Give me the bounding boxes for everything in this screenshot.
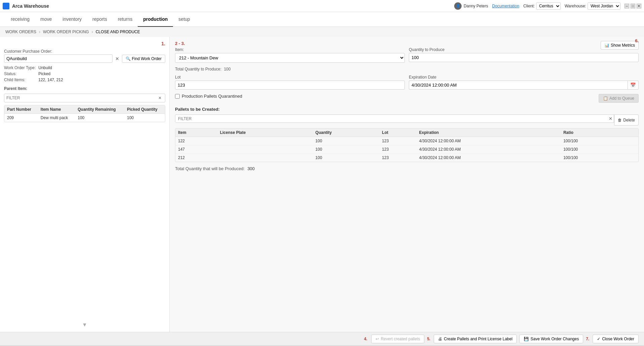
child-items-value: 122, 147, 212 [38, 78, 165, 82]
trash-icon: 🗑 [618, 118, 622, 122]
show-metrics-button[interactable]: 📊 Show Metrics [601, 41, 639, 50]
maximize-button[interactable]: □ [631, 4, 635, 8]
pallets-filter-input[interactable] [175, 115, 607, 122]
exp-label: Expiration Date [409, 75, 639, 80]
prow1-ratio: 100/100 [561, 137, 622, 145]
cpo-input[interactable] [4, 54, 113, 63]
user-area: 👤 Danny Peters [454, 2, 488, 10]
prow2-lot: 123 [379, 145, 416, 154]
status-label: Status: [4, 71, 36, 76]
step-2-3-annotation: 2 - 3. [175, 41, 639, 46]
prow1-expiration: 4/30/2024 12:00:00 AM [416, 137, 560, 145]
total-qty-produced-label: Total Quantity that will be Produced: [175, 166, 245, 171]
step-6-annotation: 6. [635, 38, 639, 43]
prow1-quantity: 100 [313, 137, 379, 145]
warehouse-select[interactable]: West Jordan [588, 2, 620, 10]
col-picked-qty: Picked Quantity [124, 105, 165, 114]
close-wo-button[interactable]: ✓ Close Work Order [593, 335, 639, 343]
breadcrumb-sep-2: › [92, 30, 93, 34]
find-work-order-button[interactable]: 🔍 Find Work Order [122, 55, 165, 63]
nav-item-reports[interactable]: reports [87, 12, 113, 27]
nav-item-receiving[interactable]: receiving [5, 12, 35, 27]
save-changes-button[interactable]: 💾 Save Work Order Changes [519, 335, 583, 343]
create-print-button[interactable]: 🖨 Create Pallets and Print License Label [434, 335, 517, 343]
add-to-queue-button[interactable]: 📋 Add to Queue [599, 94, 639, 103]
left-filter-input[interactable] [6, 96, 157, 100]
title-bar-left: Arca Warehouse [3, 3, 49, 9]
wo-type-value: Unbuild [38, 65, 165, 70]
col-part-number: Part Number [4, 105, 38, 114]
col-item-name: Item Name [38, 105, 75, 114]
total-qty-produced-row: Total Quantity that will be Produced: 30… [175, 166, 639, 171]
pcol-lot: Lot [379, 129, 416, 137]
right-panel: 📊 Show Metrics 6. 2 - 3. Item: 212 - Mou… [170, 37, 644, 332]
search-icon: 🔍 [126, 56, 131, 61]
breadcrumb-work-orders[interactable]: WORK ORDERS [5, 30, 36, 34]
cpo-label: Customer Purchase Order: [4, 49, 165, 54]
left-panel: 1. Customer Purchase Order: ✕ 🔍 Find Wor… [0, 37, 170, 332]
calendar-icon-button[interactable]: 📅 [628, 81, 639, 90]
prow1-item: 122 [175, 137, 217, 145]
cpo-section: Customer Purchase Order: ✕ 🔍 Find Work O… [4, 49, 165, 63]
cell-item-name: Dew multi pack [38, 114, 75, 122]
client-area: Client: Cerritus [523, 2, 561, 10]
pallets-table: Item License Plate Quantity Lot Expirati… [175, 128, 639, 162]
parent-item-label: Parent Item: [4, 86, 165, 91]
revert-pallets-button[interactable]: ↩ Revert created pallets [371, 335, 424, 343]
child-items-label: Child Items: [4, 78, 36, 82]
wo-type-label: Work Order Type: [4, 65, 36, 70]
cell-qty-remaining: 100 [75, 114, 124, 122]
pcol-ratio: Ratio [561, 129, 622, 137]
left-filter-clear[interactable]: ✕ [157, 95, 163, 101]
prow1-lot: 123 [379, 137, 416, 145]
delete-button[interactable]: 🗑 Delete [614, 114, 639, 126]
pcol-expiration: Expiration [416, 129, 560, 137]
pallet-row-3[interactable]: 212 100 123 4/30/2024 12:00:00 AM 100/10… [175, 154, 638, 162]
pallet-row-1[interactable]: 122 100 123 4/30/2024 12:00:00 AM 100/10… [175, 137, 638, 145]
nav-item-inventory[interactable]: inventory [57, 12, 87, 27]
step-4-annotation: 4. [364, 337, 367, 341]
documentation-link[interactable]: Documentation [492, 4, 519, 8]
prow1-license-plate [217, 137, 313, 145]
total-qty-produced-value: 300 [247, 166, 255, 171]
pallet-row-2[interactable]: 147 100 123 4/30/2024 12:00:00 AM 100/10… [175, 145, 638, 154]
print-icon: 🖨 [438, 337, 442, 341]
prow3-lot: 123 [379, 154, 416, 162]
app-title: Arca Warehouse [12, 3, 49, 9]
close-button[interactable]: ✕ [637, 4, 641, 8]
minimize-button[interactable]: ─ [625, 4, 629, 8]
cpo-input-row: ✕ 🔍 Find Work Order [4, 54, 165, 63]
main-content: 1. Customer Purchase Order: ✕ 🔍 Find Wor… [0, 37, 644, 332]
item-select[interactable]: 212 - Mountain Dew [175, 53, 405, 63]
scroll-down-indicator: ▼ [4, 322, 165, 328]
quarantine-checkbox[interactable] [175, 94, 180, 99]
quarantine-label: Production Pallets Quarantined [182, 94, 242, 99]
chart-icon: 📊 [604, 43, 609, 48]
nav-item-setup[interactable]: setup [173, 12, 195, 27]
pcol-actions [622, 129, 638, 137]
nav-item-production[interactable]: production [138, 12, 173, 27]
item-qty-section: Item: 212 - Mountain Dew Quantity to Pro… [175, 47, 639, 63]
bottom-bar: 4. ↩ Revert created pallets 5. 🖨 Create … [0, 332, 644, 345]
breadcrumb-work-order-picking[interactable]: WORK ORDER PICKING [43, 30, 89, 34]
prow2-ratio: 100/100 [561, 145, 622, 154]
left-filter-row: ✕ [4, 94, 165, 102]
lot-input[interactable] [175, 81, 405, 90]
breadcrumb-close-and-produce: CLOSE AND PRODUCE [96, 30, 140, 34]
check-icon: ✓ [597, 337, 600, 341]
table-row[interactable]: 209 Dew multi pack 100 100 [4, 114, 165, 122]
queue-icon: 📋 [603, 96, 608, 101]
qty-produce-input[interactable] [409, 53, 639, 62]
breadcrumb-sep-1: › [39, 30, 40, 34]
client-select[interactable]: Cerritus [536, 2, 561, 10]
nav-item-move[interactable]: move [35, 12, 57, 27]
app-logo [3, 3, 9, 9]
quarantine-checkbox-row: Production Pallets Quarantined [175, 94, 242, 99]
nav-item-returns[interactable]: returns [113, 12, 138, 27]
exp-input[interactable] [409, 81, 628, 90]
client-label: Client: [523, 4, 535, 8]
cpo-clear-button[interactable]: ✕ [114, 55, 121, 62]
pallets-filter-row: ✕ [175, 114, 614, 123]
status-value: Picked [38, 71, 165, 76]
pallets-filter-clear-button[interactable]: ✕ [607, 115, 614, 122]
